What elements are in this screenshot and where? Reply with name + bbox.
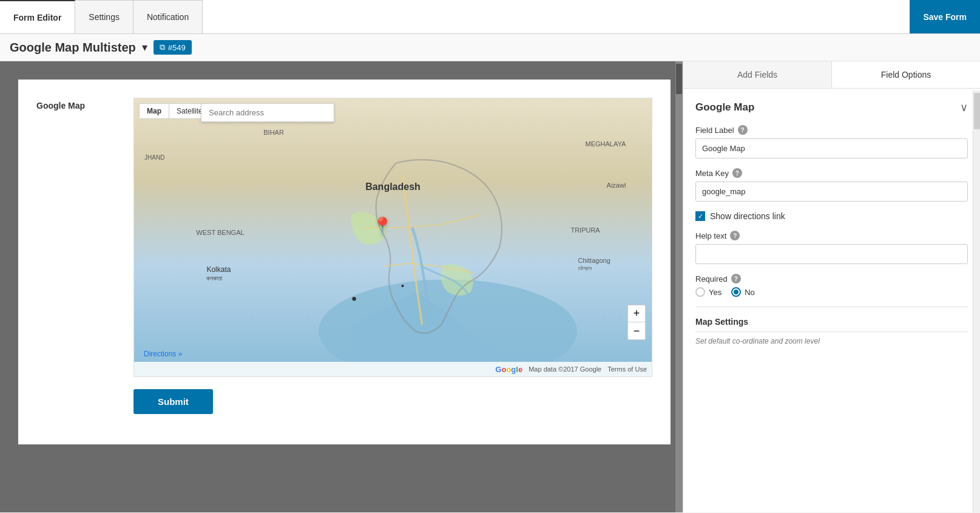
help-text-group: Help text ? <box>695 231 968 264</box>
help-text-help-icon[interactable]: ? <box>730 231 740 240</box>
required-no-radio[interactable] <box>731 287 741 297</box>
map-data-text: Map data ©2017 Google <box>529 365 601 373</box>
help-text-input[interactable] <box>695 244 968 264</box>
form-canvas: Google Map <box>18 80 671 444</box>
submit-button-wrapper: Submit <box>133 377 652 414</box>
required-help-icon[interactable]: ? <box>731 274 741 284</box>
divider <box>695 307 968 307</box>
field-label-input[interactable] <box>695 138 968 158</box>
show-directions-label: Show directions link <box>710 211 785 221</box>
tab-form-editor[interactable]: Form Editor <box>0 0 75 33</box>
svg-point-1 <box>352 297 356 301</box>
directions-link[interactable]: Directions » <box>144 350 182 358</box>
panel-tab-field-options[interactable]: Field Options <box>832 61 980 88</box>
field-content: Bangladesh BIHAR MEGHALAYA WEST BENGAL K… <box>133 98 652 414</box>
submit-button[interactable]: Submit <box>133 389 213 414</box>
panel-tab-add-fields[interactable]: Add Fields <box>683 61 832 88</box>
top-bar: Form Editor Settings Notification Save F… <box>0 0 980 34</box>
editor-scrollbar-track[interactable] <box>675 61 683 512</box>
required-yes-radio[interactable] <box>695 287 705 297</box>
field-label-label: Field Label ? <box>695 125 968 135</box>
form-id-badge: ⧉ #549 <box>154 40 192 55</box>
right-panel-scrollbar-track[interactable] <box>973 90 980 512</box>
field-label-help-icon[interactable]: ? <box>738 125 748 135</box>
editor-scrollbar-thumb[interactable] <box>676 64 682 94</box>
help-text-label: Help text ? <box>695 231 968 240</box>
sub-header: Google Map Multistep ▾ ⧉ #549 <box>0 34 980 61</box>
save-form-button[interactable]: Save Form <box>910 0 980 33</box>
chevron-down-icon[interactable]: ∨ <box>960 101 968 114</box>
form-title-dropdown-icon[interactable]: ▾ <box>142 41 147 54</box>
editor-area: Google Map <box>0 61 683 512</box>
required-radio-group: Yes No <box>695 287 968 297</box>
meta-key-help-icon[interactable]: ? <box>732 168 742 178</box>
map-zoom-in-button[interactable]: + <box>628 305 645 322</box>
top-tabs: Form Editor Settings Notification <box>0 0 203 33</box>
required-no-option[interactable]: No <box>731 287 755 297</box>
tab-settings[interactable]: Settings <box>75 0 133 33</box>
map-tab-controls: Map Satellite <box>139 103 211 119</box>
terms-text[interactable]: Terms of Use <box>607 365 647 373</box>
map-settings-title: Map Settings <box>695 317 968 327</box>
map-container: Bangladesh BIHAR MEGHALAYA WEST BENGAL K… <box>133 98 652 377</box>
map-roads-svg <box>134 98 652 376</box>
panel-body: Google Map ∨ Field Label ? Meta Key ? <box>683 89 980 512</box>
editor-scroll-container[interactable]: Google Map <box>0 61 683 512</box>
map-settings-description: Set default co-ordinate and zoom level <box>695 337 968 345</box>
meta-key-group: Meta Key ? <box>695 168 968 202</box>
form-title: Google Map Multistep <box>10 41 136 55</box>
right-panel-scrollbar-thumb[interactable] <box>974 93 980 129</box>
panel-tabs: Add Fields Field Options <box>683 61 980 89</box>
required-no-label: No <box>745 288 755 297</box>
required-group: Required ? Yes No <box>695 274 968 297</box>
meta-key-label: Meta Key ? <box>695 168 968 178</box>
map-search-input[interactable] <box>201 103 334 122</box>
field-label: Google Map <box>36 98 133 110</box>
show-directions-checkbox[interactable]: ✓ <box>695 211 705 221</box>
required-yes-option[interactable]: Yes <box>695 287 721 297</box>
tab-notification[interactable]: Notification <box>133 0 203 33</box>
meta-key-input[interactable] <box>695 182 968 202</box>
required-label: Required ? <box>695 274 968 284</box>
required-yes-label: Yes <box>709 288 721 297</box>
field-label-group: Field Label ? <box>695 125 968 158</box>
map-settings-divider <box>695 331 968 332</box>
right-panel: Add Fields Field Options Google Map ∨ Fi… <box>683 61 980 512</box>
map-footer: Google Map data ©2017 Google Terms of Us… <box>134 362 652 376</box>
copy-icon: ⧉ <box>160 42 165 52</box>
map-tab-map[interactable]: Map <box>139 103 169 119</box>
checkmark-icon: ✓ <box>698 212 703 220</box>
section-title: Google Map <box>695 101 754 114</box>
map-settings-section: Map Settings Set default co-ordinate and… <box>695 317 968 345</box>
main-layout: Google Map <box>0 61 980 512</box>
google-logo: Google <box>495 365 522 374</box>
map-zoom-controls: + − <box>627 305 646 340</box>
svg-point-2 <box>401 285 404 287</box>
show-directions-row: ✓ Show directions link <box>695 211 968 221</box>
map-pin-marker: 📍 <box>372 218 393 235</box>
section-header: Google Map ∨ <box>695 101 968 114</box>
map-zoom-out-button[interactable]: − <box>628 322 645 339</box>
google-map-field-row: Google Map <box>36 98 652 414</box>
